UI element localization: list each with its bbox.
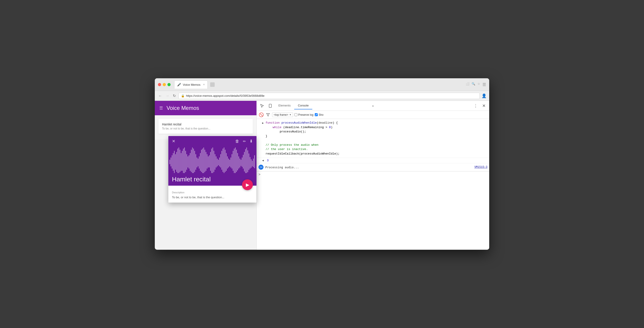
- svg-rect-23: [196, 154, 196, 170]
- lock-icon: 🔒: [181, 94, 184, 97]
- url-bar[interactable]: 🔒 https://voice-memos.appspot.com/detail…: [178, 93, 480, 99]
- svg-rect-15: [186, 154, 187, 170]
- svg-rect-47: [222, 149, 223, 172]
- window-controls: ⬜ 🔍 ☆ ☰: [466, 82, 486, 87]
- svg-rect-46: [222, 151, 222, 170]
- frame-label: <top frame>: [274, 113, 288, 116]
- svg-rect-63: [241, 160, 241, 166]
- modal-close-button[interactable]: ✕: [172, 139, 175, 144]
- svg-rect-3: [173, 153, 174, 171]
- modal-header: ✕ 🗑 ✏ ⬇: [168, 136, 256, 186]
- log-count-badge: 24: [258, 165, 264, 170]
- console-input[interactable]: [262, 173, 488, 176]
- svg-rect-56: [233, 151, 234, 171]
- preserve-log-checkbox[interactable]: [294, 113, 297, 116]
- hamburger-menu-icon[interactable]: ☰: [159, 106, 163, 111]
- svg-rect-26: [199, 156, 200, 168]
- modal-edit-button[interactable]: ✏: [243, 139, 246, 144]
- forward-button[interactable]: →: [165, 93, 170, 99]
- svg-rect-52: [228, 159, 229, 167]
- window-menu-icon[interactable]: ☰: [482, 82, 486, 87]
- more-tabs-button[interactable]: »: [371, 104, 375, 108]
- memo-card[interactable]: Hamlet recital To be, or not to be, that…: [158, 119, 253, 134]
- address-actions: 👤: [482, 93, 486, 98]
- address-bar: ← → ↻ 🔒 https://voice-memos.appspot.com/…: [155, 91, 489, 101]
- back-button[interactable]: ←: [158, 93, 163, 99]
- return-arrow-icon: ◀: [262, 159, 264, 162]
- browser-window: 🎤 Voice Memos × ⬜ 🔍 ☆ ☰ ← → ↻ 🔒 https://…: [155, 78, 489, 250]
- svg-rect-55: [232, 154, 232, 168]
- show-log-checkbox[interactable]: [315, 113, 318, 116]
- svg-rect-74: [253, 159, 254, 167]
- webapp-title: Voice Memos: [166, 105, 199, 111]
- return-value: 3: [267, 159, 269, 162]
- svg-rect-13: [184, 148, 185, 173]
- tab-bar: 🎤 Voice Memos ×: [174, 81, 464, 89]
- svg-rect-4: [174, 151, 175, 173]
- memo-card-title: Hamlet recital: [162, 123, 249, 126]
- webapp-header: ☰ Voice Memos: [155, 101, 256, 115]
- devtools-tabs: Elements Console: [275, 102, 370, 109]
- waveform-visualization: [168, 147, 256, 173]
- window-star-icon[interactable]: ☆: [478, 82, 480, 87]
- log-source-link[interactable]: VM1515:3: [474, 165, 488, 169]
- svg-rect-44: [219, 158, 220, 166]
- main-area: ☰ Voice Memos Hamlet recital To be, or n…: [155, 101, 489, 250]
- svg-rect-16: [188, 156, 188, 167]
- svg-rect-18: [190, 153, 190, 171]
- modal-download-button[interactable]: ⬇: [250, 139, 253, 144]
- devtools-settings-button[interactable]: ⋮: [472, 102, 479, 109]
- tab-elements[interactable]: Elements: [275, 102, 294, 109]
- modal-delete-button[interactable]: 🗑: [235, 139, 239, 144]
- devtools-header: Elements Console » ⋮ ✕: [257, 101, 489, 111]
- url-text: https://voice-memos.appspot.com/details/…: [186, 94, 264, 97]
- svg-rect-6: [176, 152, 177, 172]
- device-toolbar-button[interactable]: [267, 102, 274, 109]
- close-window-button[interactable]: [158, 83, 161, 86]
- svg-rect-40: [215, 154, 215, 170]
- window-resize-icon[interactable]: ⬜: [466, 82, 469, 87]
- svg-rect-38: [212, 148, 213, 173]
- svg-rect-9: [180, 150, 180, 172]
- clear-console-button[interactable]: 🚫: [258, 112, 264, 118]
- play-button[interactable]: ▶: [242, 179, 253, 190]
- svg-rect-71: [250, 157, 250, 168]
- reload-button[interactable]: ↻: [172, 93, 177, 99]
- fullscreen-window-button[interactable]: [168, 83, 170, 86]
- console-code-block: ▶ function processAudioWhenIdle(deadline…: [257, 119, 489, 158]
- console-prompt-icon: >: [258, 173, 260, 176]
- tab-favicon: 🎤: [177, 83, 181, 86]
- svg-rect-5: [175, 154, 176, 170]
- filter-console-button[interactable]: [265, 112, 271, 118]
- tab-title: Voice Memos: [183, 83, 200, 86]
- svg-rect-51: [227, 156, 228, 168]
- svg-rect-49: [225, 150, 226, 172]
- minimize-window-button[interactable]: [163, 83, 166, 86]
- title-bar: 🎤 Voice Memos × ⬜ 🔍 ☆ ☰: [155, 78, 489, 91]
- new-tab-button[interactable]: [210, 82, 215, 88]
- svg-rect-65: [243, 155, 244, 168]
- svg-rect-12: [183, 149, 184, 173]
- memo-detail-modal: ✕ 🗑 ✏ ⬇: [168, 136, 256, 203]
- svg-rect-68: [246, 148, 247, 173]
- console-output: ▶ function processAudioWhenIdle(deadline…: [257, 119, 489, 250]
- user-icon[interactable]: 👤: [482, 93, 486, 98]
- svg-rect-59: [236, 150, 237, 172]
- modal-description-label: Description: [172, 191, 253, 194]
- svg-rect-61: [238, 156, 239, 168]
- frame-selector[interactable]: <top frame> ▼: [272, 113, 293, 117]
- svg-rect-21: [193, 149, 194, 173]
- preserve-log-text: Preserve log: [298, 113, 314, 116]
- svg-rect-32: [206, 152, 206, 171]
- browser-tab[interactable]: 🎤 Voice Memos ×: [174, 81, 208, 89]
- svg-rect-43: [218, 160, 219, 165]
- expand-arrow-icon[interactable]: ▶: [262, 121, 264, 125]
- tab-close-button[interactable]: ×: [203, 83, 205, 86]
- svg-rect-69: [248, 151, 248, 172]
- show-log-text: Sho: [318, 113, 323, 116]
- inspect-element-button[interactable]: [258, 102, 266, 109]
- devtools-close-button[interactable]: ✕: [480, 102, 488, 109]
- tab-console[interactable]: Console: [294, 102, 312, 109]
- svg-rect-64: [242, 158, 242, 167]
- window-zoom-icon[interactable]: 🔍: [472, 82, 475, 87]
